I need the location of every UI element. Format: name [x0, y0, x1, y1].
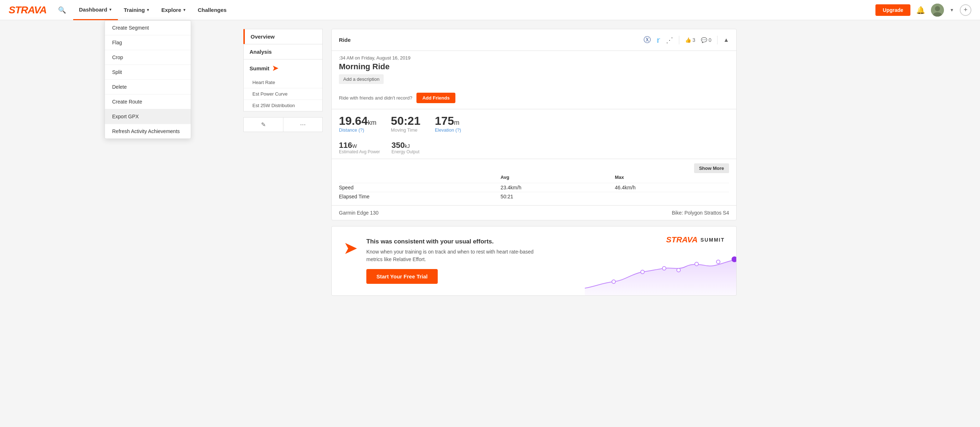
activity-date: :34 AM on Friday, August 16, 2019 [339, 55, 729, 61]
nav-dashboard[interactable]: Dashboard ▼ [73, 0, 118, 20]
activity-date-name: :34 AM on Friday, August 16, 2019 Mornin… [332, 51, 736, 72]
dropdown-refresh-achievements[interactable]: Refresh Activity Achievements [105, 124, 191, 139]
dropdown-create-segment[interactable]: Create Segment [105, 21, 191, 35]
friends-missing-text: Ride with friends and didn't record? [339, 95, 412, 100]
stat-elevation: 175m Elevation (?) [435, 115, 461, 133]
metric-cell: Speed [339, 183, 500, 192]
primary-stats: 19.64km Distance (?) 50:21 Moving Time 1… [332, 109, 736, 137]
activity-description: Add a description [332, 72, 736, 90]
table-row: Speed 23.4km/h 46.4km/h [339, 183, 729, 192]
table-stats: Show More Avg Max Speed 23.4km/h 46.4km/… [332, 159, 736, 206]
svg-point-6 [677, 268, 680, 272]
nav-explore[interactable]: Explore ▼ [155, 0, 192, 20]
activity-type: Ride [339, 37, 644, 43]
more-options-button[interactable]: ⋯ [283, 118, 323, 132]
divider [717, 36, 718, 45]
sidebar-item-analysis[interactable]: Analysis [243, 44, 323, 59]
activity-title-area: Ride [339, 37, 644, 43]
table-col-avg: Avg [500, 173, 615, 183]
add-friends-button[interactable]: Add Friends [417, 93, 455, 103]
sidebar-actions: ✎ ⋯ [243, 117, 323, 132]
promo-card: ➤ This was consistent with your usual ef… [331, 226, 737, 296]
activity-header: Ride Ⓧ 𝕣 ⋰ 👍 3 💬 0 ▲ [332, 29, 736, 51]
moving-time-label: Moving Time [391, 127, 420, 133]
nav-menu: Dashboard ▼ Training ▼ Explore ▼ Challen… [73, 0, 232, 20]
promo-chart [585, 252, 736, 295]
add-activity-button[interactable]: + [960, 4, 971, 16]
svg-point-7 [695, 262, 698, 266]
sidebar: Overview Analysis Summit ➤ Heart Rate Es… [243, 29, 323, 296]
sidebar-item-overview[interactable]: Overview [243, 29, 323, 44]
activity-card: Ride Ⓧ 𝕣 ⋰ 👍 3 💬 0 ▲ [331, 29, 737, 220]
add-description-button[interactable]: Add a description [339, 74, 383, 84]
twitter-icon[interactable]: 𝕣 [657, 36, 660, 45]
promo-summit-label: SUMMIT [700, 237, 725, 243]
chevron-down-icon: ▼ [183, 8, 186, 12]
promo-brand: STRAVA SUMMIT [666, 235, 725, 244]
dropdown-crop[interactable]: Crop [105, 50, 191, 65]
sidebar-sub-menu: Heart Rate Est Power Curve Est 25W Distr… [243, 77, 323, 112]
elevation-label[interactable]: Elevation (?) [435, 127, 461, 133]
likes-count[interactable]: 👍 3 [685, 37, 695, 43]
dropdown-delete[interactable]: Delete [105, 80, 191, 94]
stat-energy: 350kJ Energy Output [391, 141, 419, 155]
activity-social: Ⓧ 𝕣 ⋰ 👍 3 💬 0 ▲ [644, 35, 729, 45]
device-row: Garmin Edge 130 Bike: Polygon Strattos S… [332, 206, 736, 220]
sidebar-sub-heart-rate[interactable]: Heart Rate [244, 77, 322, 88]
stat-distance: 19.64km Distance (?) [339, 115, 376, 133]
svg-point-3 [612, 280, 616, 284]
edit-activity-button[interactable]: ✎ [244, 118, 283, 132]
sidebar-sub-25w-dist[interactable]: Est 25W Distribution [244, 100, 322, 111]
distance-label[interactable]: Distance (?) [339, 127, 376, 133]
thumbs-up-icon: 👍 [685, 37, 691, 43]
promo-chevron-icon: ➤ [343, 239, 358, 257]
svg-point-5 [662, 266, 666, 270]
facebook-icon[interactable]: Ⓧ [644, 35, 651, 45]
nav-challenges[interactable]: Challenges [192, 0, 232, 20]
search-icon[interactable]: 🔍 [58, 6, 66, 14]
upgrade-button[interactable]: Upgrade [875, 4, 910, 16]
svg-point-1 [935, 6, 940, 11]
metric-cell: Elapsed Time [339, 192, 500, 201]
sidebar-item-summit[interactable]: Summit ➤ [243, 59, 323, 77]
navbar: STRAVA 🔍 Dashboard ▼ Training ▼ Explore … [0, 0, 980, 20]
nav-training[interactable]: Training ▼ [118, 0, 155, 20]
friends-row: Ride with friends and didn't record? Add… [332, 90, 736, 109]
start-trial-button[interactable]: Start Your Free Trial [366, 269, 438, 284]
main-layout: Overview Analysis Summit ➤ Heart Rate Es… [238, 20, 742, 304]
table-row: Elapsed Time 50:21 [339, 192, 729, 201]
stat-power: 116W Estimated Avg Power [339, 141, 380, 155]
summit-chevron-icon: ➤ [272, 64, 278, 72]
dropdown-split[interactable]: Split [105, 65, 191, 80]
promo-strava-logo: STRAVA [666, 235, 698, 244]
comments-count[interactable]: 💬 0 [701, 37, 711, 43]
avg-cell: 23.4km/h [500, 183, 615, 192]
avatar[interactable] [931, 3, 944, 17]
dropdown-create-route[interactable]: Create Route [105, 94, 191, 109]
content-area: Ride Ⓧ 𝕣 ⋰ 👍 3 💬 0 ▲ [331, 29, 737, 296]
share-icon[interactable]: ⋰ [666, 36, 673, 45]
chevron-down-icon: ▼ [108, 8, 112, 11]
collapse-icon[interactable]: ▲ [723, 37, 729, 43]
sidebar-sub-power-curve[interactable]: Est Power Curve [244, 88, 322, 100]
avg-cell: 50:21 [500, 192, 615, 201]
table-col-max: Max [615, 173, 729, 183]
max-cell: 46.4km/h [615, 183, 729, 192]
device-name: Garmin Edge 130 [339, 210, 379, 216]
bike-name: Bike: Polygon Strattos S4 [672, 210, 729, 216]
power-label: Estimated Avg Power [339, 149, 380, 155]
secondary-stats: 116W Estimated Avg Power 350kJ Energy Ou… [332, 137, 736, 159]
activity-name: Morning Ride [339, 62, 729, 72]
navbar-right: Upgrade 🔔 ▼ + [875, 3, 971, 17]
bell-icon[interactable]: 🔔 [916, 6, 925, 14]
dropdown-menu: Create Segment Flag Crop Split Delete Cr… [105, 20, 191, 139]
strava-logo: STRAVA [9, 4, 46, 16]
chevron-down-icon: ▼ [146, 8, 150, 12]
promo-desc: Know when your training is on track and … [366, 248, 547, 263]
stat-moving-time: 50:21 Moving Time [391, 115, 420, 133]
show-more-button[interactable]: Show More [694, 163, 729, 173]
dropdown-flag[interactable]: Flag [105, 35, 191, 50]
energy-label: Energy Output [391, 149, 419, 155]
dropdown-export-gpx[interactable]: Export GPX [105, 109, 191, 124]
svg-point-8 [716, 260, 720, 264]
